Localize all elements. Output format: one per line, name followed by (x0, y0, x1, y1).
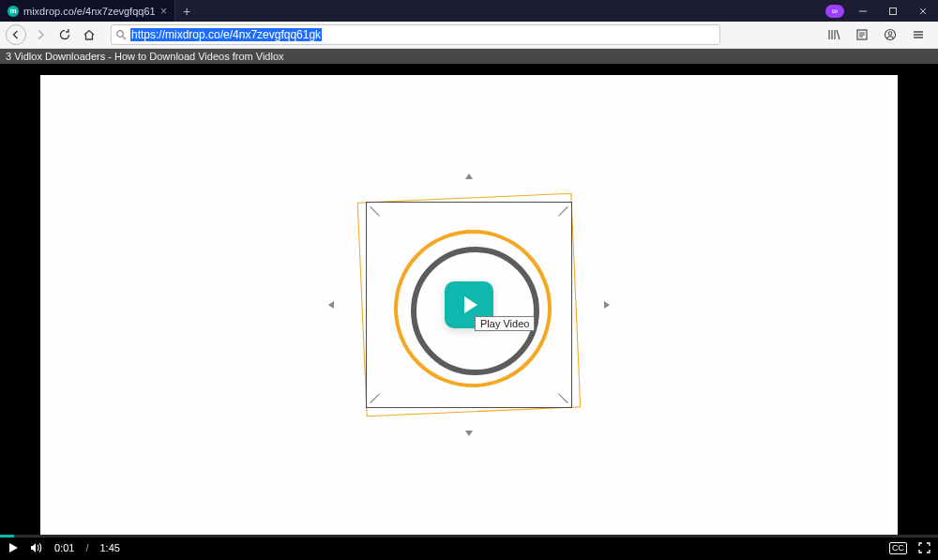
triangle-down-icon (465, 431, 473, 436)
play-icon[interactable] (8, 542, 19, 553)
triangle-up-icon (465, 174, 473, 179)
home-button[interactable] (79, 24, 99, 45)
search-icon (115, 29, 127, 40)
triangle-right-icon (604, 301, 610, 309)
tab-title: mixdrop.co/e/4nx7zevgfqq61g (23, 6, 156, 17)
window-maximize-button[interactable] (878, 0, 908, 22)
nav-forward-button (30, 24, 51, 45)
vpn-badge-icon[interactable]: ∞ (825, 5, 844, 18)
cc-button[interactable]: CC (889, 542, 907, 554)
browser-tab[interactable]: m mixdrop.co/e/4nx7zevgfqq61g × (0, 0, 175, 22)
window-minimize-button[interactable] (848, 0, 878, 22)
address-bar[interactable]: https://mixdrop.co/e/4nx7zevgfqq61gk (111, 24, 720, 45)
play-tooltip: Play Video (475, 316, 535, 331)
fullscreen-icon[interactable] (918, 542, 930, 553)
svg-point-1 (117, 31, 124, 38)
reader-view-icon[interactable] (852, 24, 872, 45)
window-titlebar: m mixdrop.co/e/4nx7zevgfqq61g × + ∞ (0, 0, 938, 22)
page-info-strip: 3 Vidlox Downloaders - How to Download V… (0, 49, 938, 64)
reload-button[interactable] (54, 24, 75, 45)
svg-rect-0 (890, 8, 897, 14)
window-close-button[interactable] (908, 0, 938, 22)
corner-tick-icon (551, 386, 567, 403)
menu-icon[interactable] (908, 24, 929, 45)
corner-tick-icon (371, 206, 387, 223)
progress-track[interactable] (0, 535, 938, 537)
time-separator: / (85, 542, 88, 553)
time-duration: 1:45 (99, 542, 119, 553)
time-current: 0:01 (54, 542, 74, 553)
titlebar-spacer (198, 0, 825, 22)
new-tab-button[interactable]: + (175, 0, 198, 22)
volume-icon[interactable] (30, 542, 43, 553)
url-text: https://mixdrop.co/e/4nx7zevgfqq61gk (130, 28, 322, 41)
corner-tick-icon (551, 206, 567, 223)
video-canvas[interactable]: Play Video (40, 75, 898, 535)
svg-point-4 (888, 32, 892, 36)
nav-back-button[interactable] (6, 24, 26, 45)
library-icon[interactable] (824, 24, 844, 45)
video-control-bar: 0:01 / 1:45 CC (0, 535, 938, 560)
close-tab-icon[interactable]: × (160, 6, 167, 17)
tab-favicon: m (8, 6, 19, 17)
page-info-text: 3 Vidlox Downloaders - How to Download V… (6, 51, 284, 62)
browser-toolbar: https://mixdrop.co/e/4nx7zevgfqq61gk (0, 22, 938, 49)
video-player-frame: Play Video 0:01 / 1:45 CC (0, 64, 938, 560)
progress-played (0, 535, 14, 537)
account-icon[interactable] (880, 24, 900, 45)
corner-tick-icon (371, 386, 387, 403)
triangle-left-icon (328, 301, 334, 309)
